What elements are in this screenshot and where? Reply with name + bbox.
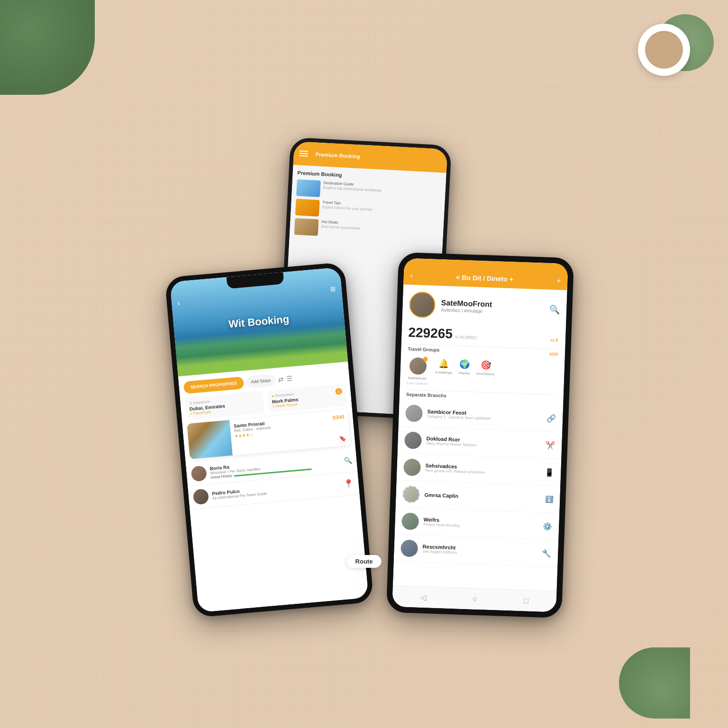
qa-label-2: e-challenge [435,371,452,374]
add-stops-button[interactable]: Add Stops [246,373,276,388]
top-bar-title: < Bo Dit / Dineto + [413,272,557,285]
phone-mid: ‹ ⊞ SEARCH PROPERTIES Add Stops ⇄ ☰ ◎ De… [164,262,373,618]
phone-mid-screen: ‹ ⊞ SEARCH PROPERTIES Add Stops ⇄ ☰ ◎ De… [170,267,369,613]
profile-section: SateMooFront Autenticc l Amulage 🔍 [402,284,567,327]
section-title-explore: Separate Branchs [406,392,446,399]
back-item-3-text: Hot DealsBest prices guaranteed [321,219,360,231]
section-add-link[interactable]: ADD [549,351,558,356]
list-icon-5: ⚙️ [543,521,553,531]
add-icon[interactable]: + [556,276,561,285]
qa-item-4[interactable]: 🎯 InnorStrems [476,360,495,376]
plant-decoration-br [619,647,690,719]
profile-info: SateMooFront Autenticc l Amulage [441,299,492,314]
back-item-1-text: Destination GuideExplore top destination… [323,181,382,193]
filter-icon[interactable]: ⇄ [278,375,284,383]
list-name-4: Gmrsa Caplin [424,492,540,502]
hamburger-menu-icon[interactable] [299,151,308,157]
qa-label-4: InnorStrems [476,372,494,376]
search-guide-icon[interactable]: 🔍 [344,456,352,464]
list-avatar-5 [401,512,419,530]
nav-recents-icon[interactable]: □ [524,596,528,605]
stats-number: 229265 [408,325,453,342]
property-bookmark-icon[interactable]: 🔖 [339,435,346,442]
phone-front: ‹ < Bo Dit / Dineto + + SateMooFront Aut… [386,252,574,618]
list-info-2: Dokload Rcer Rkey iRocFst Restoc Sdootce [426,436,541,450]
list-info-3: Sehsivadces New grusdi-cofc Releast scho… [425,463,540,477]
section-title-travel: Travel Groups [408,346,440,353]
qa-sub-1: 3 sec cante txt [407,382,428,386]
list-icon-6: 🔧 [542,548,552,558]
back-item-3-image [294,218,319,236]
qa-dot-1 [423,357,428,362]
property-price-section: $340 🔖 [328,410,351,446]
quick-actions: Bubblelicant 3 sec cante txt 🔔 e-challen… [400,354,564,395]
list-icon-1: 🔗 [546,413,556,423]
nav-back-icon[interactable]: ◁ [420,592,427,601]
list-avatar-1 [405,404,423,422]
sort-icon[interactable]: ☰ [286,374,293,382]
list-icon-3: 📱 [545,467,555,477]
guide-2-avatar [193,489,209,505]
list-item-6[interactable]: Rescsmhrcht Silis Asgecl luMmcst 🔧 [394,535,559,567]
property-image [187,420,232,459]
back-button[interactable]: ‹ [177,298,181,308]
list-info-1: Sambicor Feost Category 3 · Glocbcst Sau… [427,409,542,423]
stats-sublabel: in PLDREC [455,335,477,340]
back-item-3: Hot DealsBest prices guaranteed [294,218,439,242]
list-icon-2: ✂️ [546,440,555,450]
qa-item-1[interactable]: Bubblelicant 3 sec cante txt [407,357,429,386]
list-info-4: Gmrsa Caplin [424,492,540,502]
list-avatar-6 [400,539,418,557]
qa-icon-2: 🔔 [438,358,449,369]
nav-home-icon[interactable]: ○ [473,595,477,603]
stats-badge: 40⬆ [550,338,559,343]
qa-icon-4: 🎯 [481,360,491,371]
phone-front-screen: ‹ < Bo Dit / Dineto + + SateMooFront Aut… [392,258,568,612]
qa-label-1: Bubblelicant [409,376,427,380]
list-info-6: Rescsmhrcht Silis Asgecl luMmcst [422,544,537,558]
route-label-floating: Route [347,555,382,568]
profile-search-icon[interactable]: 🔍 [549,304,560,315]
phone-back-content: Premium Booking Destination GuideExplore… [289,165,446,250]
qa-label-3: Planets [459,371,470,375]
list-avatar-3 [403,458,421,476]
list-icon-4: ℹ️ [545,495,554,503]
profile-avatar[interactable] [409,291,436,318]
location-icon[interactable]: 📍 [343,478,355,490]
qa-avatar-wrap-1 [409,357,427,375]
search-properties-button[interactable]: SEARCH PROPERTIES [183,376,244,394]
back-item-1-image [296,179,321,197]
coffee-cup [638,24,690,76]
guide-1-avatar [191,465,207,482]
list-info-5: Weifrs Pedect Stele Ilmudlrg [423,517,538,531]
back-item-2-text: Travel TipsExpert advice for your journe… [322,200,373,212]
list-avatar-2 [404,431,422,449]
back-item-2-image [295,199,320,217]
phone-scene: Premium Booking Premium Booking Destinat… [151,103,577,625]
qa-item-2[interactable]: 🔔 e-challenge [435,358,453,374]
plant-decoration-tl [0,0,95,95]
filter-button[interactable]: ⊞ [330,285,336,293]
property-price-value: $340 [332,414,344,420]
phone-back-title: Premium Booking [315,151,360,159]
qa-item-3[interactable]: 🌍 Planets [459,359,470,375]
bottom-nav: ◁ ○ □ [392,585,556,612]
qa-icon-3: 🌍 [459,359,470,370]
list-avatar-4 [402,485,420,503]
guide-2-info: Pedro Pulco As International Pro Team Gu… [212,480,340,500]
